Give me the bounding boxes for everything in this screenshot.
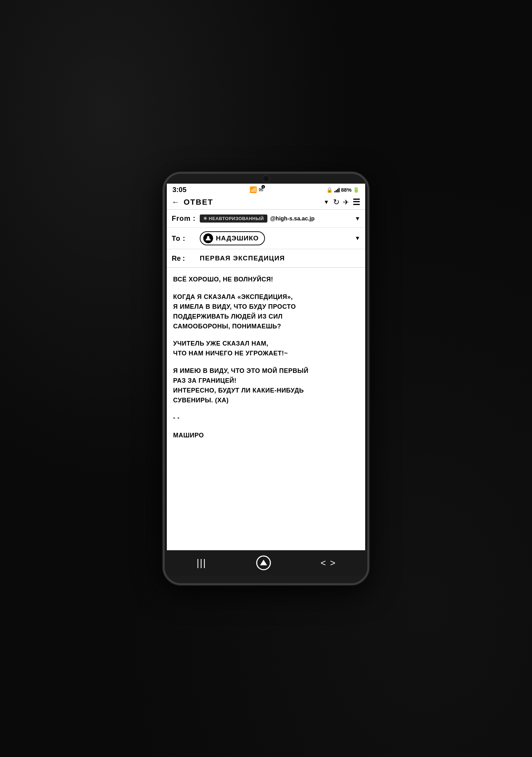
sender-unauthorized: ✳ НЕАВТОРИЗОВАННЫЙ <box>203 216 264 221</box>
sender-chip: ✳ НЕАВТОРИЗОВАННЫЙ <box>200 214 267 223</box>
signal-bar-4 <box>339 188 340 192</box>
send-button[interactable]: ✈ <box>343 198 349 206</box>
person-icon <box>205 236 211 241</box>
nav-home-button[interactable] <box>256 555 271 570</box>
phone-device: 3:05 📶 ✉ 🔒 88% 🔋 ← ОТВЕТ ▼ <box>163 172 369 585</box>
to-label: To : <box>172 234 200 243</box>
email-text-2: КОГДА Я СКАЗАЛА «ЭКСПЕДИЦИЯ», Я ИМЕЛА В … <box>173 292 359 332</box>
email-paragraph-2: КОГДА Я СКАЗАЛА «ЭКСПЕДИЦИЯ», Я ИМЕЛА В … <box>173 292 359 332</box>
email-signature-block: МАШИРО <box>173 431 359 441</box>
nav-navigation-arrows: < > <box>321 558 335 568</box>
to-row: To : НАДЭШИКО ▼ <box>167 228 365 249</box>
power-button <box>368 251 369 275</box>
menu-lines-icon: ||| <box>197 557 206 568</box>
signal-bar-2 <box>336 190 337 192</box>
status-right: 🔒 88% 🔋 <box>326 187 360 193</box>
re-row: Re : ПЕРВАЯ ЭКСПЕДИЦИЯ <box>167 249 365 267</box>
re-label: Re : <box>172 254 200 262</box>
email-paragraph-4: Я ИМЕЮ В ВИДУ, ЧТО ЭТО МОЙ ПЕРВЫЙ РАЗ ЗА… <box>173 366 359 405</box>
phone-top-bar <box>165 174 367 184</box>
home-circle <box>256 555 271 570</box>
nav-forward-arrow[interactable]: > <box>330 558 335 568</box>
to-value: НАДЭШИКО ▼ <box>200 231 360 245</box>
camera-notch <box>262 175 270 183</box>
re-subject: ПЕРВАЯ ЭКСПЕДИЦИЯ <box>200 254 285 262</box>
status-time: 3:05 <box>172 186 186 194</box>
from-row: From : ✳ НЕАВТОРИЗОВАННЫЙ @high-s.sa.ac.… <box>167 210 365 228</box>
email-text-3: УЧИТЕЛЬ УЖЕ СКАЗАЛ НАМ, ЧТО НАМ НИЧЕГО Н… <box>173 339 359 359</box>
email-text-1: ВСЁ ХОРОШО, НЕ ВОЛНУЙСЯ! <box>173 275 359 285</box>
nav-back-arrow[interactable]: < <box>321 558 326 568</box>
email-separator-text: - - <box>173 413 359 423</box>
recipient-chip: НАДЭШИКО <box>200 231 265 245</box>
email-text-4: Я ИМЕЮ В ВИДУ, ЧТО ЭТО МОЙ ПЕРВЫЙ РАЗ ЗА… <box>173 366 359 405</box>
email-paragraph-3: УЧИТЕЛЬ УЖЕ СКАЗАЛ НАМ, ЧТО НАМ НИЧЕГО Н… <box>173 339 359 359</box>
email-signature-name: МАШИРО <box>173 431 359 441</box>
email-body[interactable]: ВСЁ ХОРОШО, НЕ ВОЛНУЙСЯ! КОГДА Я СКАЗАЛА… <box>167 268 365 550</box>
app-toolbar: ← ОТВЕТ ▼ ↺ ✈ ☰ <box>167 195 365 210</box>
recipient-avatar <box>203 233 213 243</box>
signal-bar-3 <box>337 189 338 192</box>
from-value: ✳ НЕАВТОРИЗОВАННЫЙ @high-s.sa.ac.jp ▼ <box>200 214 360 223</box>
menu-button[interactable]: ☰ <box>353 197 360 207</box>
volume-down-button <box>163 261 164 289</box>
toolbar-dropdown[interactable]: ▼ <box>323 199 329 205</box>
silent-button <box>163 295 164 323</box>
sender-domain: @high-s.sa.ac.jp <box>270 216 315 222</box>
from-dropdown[interactable]: ▼ <box>355 216 360 222</box>
volume-up-button <box>163 237 164 254</box>
to-dropdown[interactable]: ▼ <box>355 235 360 241</box>
signal-bars <box>334 187 340 192</box>
recipient-name: НАДЭШИКО <box>216 234 259 242</box>
status-icons: 📶 ✉ <box>250 186 263 193</box>
home-arrow-icon <box>260 560 267 565</box>
phone-bottom-bar <box>165 575 367 583</box>
rotate-button[interactable]: ↺ <box>333 198 340 207</box>
email-header: From : ✳ НЕАВТОРИЗОВАННЫЙ @high-s.sa.ac.… <box>167 210 365 268</box>
status-bar: 3:05 📶 ✉ 🔒 88% 🔋 <box>167 184 365 195</box>
email-separator: - - <box>173 413 359 423</box>
battery-icon: 🔋 <box>353 187 360 193</box>
phone-screen: 3:05 📶 ✉ 🔒 88% 🔋 ← ОТВЕТ ▼ <box>167 184 365 550</box>
mail-icon: ✉ <box>259 186 263 193</box>
nav-menu-button[interactable]: ||| <box>197 557 206 568</box>
bottom-nav: ||| < > <box>165 550 367 575</box>
wifi-icon: 📶 <box>250 186 257 193</box>
signal-bar-1 <box>334 191 335 192</box>
toolbar-title: ОТВЕТ <box>184 198 323 207</box>
toolbar-actions: ↺ ✈ ☰ <box>333 197 360 207</box>
email-paragraph-1: ВСЁ ХОРОШО, НЕ ВОЛНУЙСЯ! <box>173 275 359 285</box>
back-button[interactable]: ← <box>172 198 179 207</box>
battery-percent: 88% <box>341 187 352 193</box>
from-label: From : <box>172 214 200 223</box>
lock-icon: 🔒 <box>326 187 333 193</box>
